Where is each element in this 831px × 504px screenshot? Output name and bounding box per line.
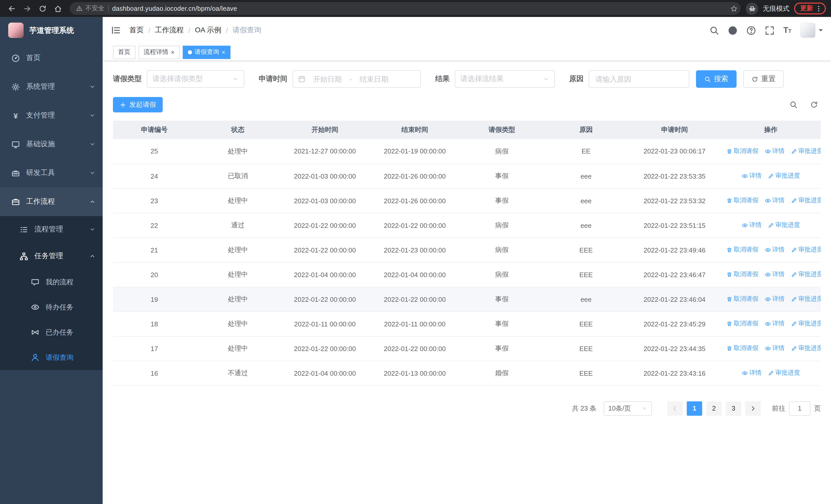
app-logo[interactable]: 芋道管理系统 — [0, 17, 103, 43]
approval-progress-link[interactable]: 审批进度 — [791, 147, 821, 155]
cancel-leave-link[interactable]: 取消请假 — [726, 320, 758, 328]
cell-end: 2022-01-22 00:00:00 — [370, 287, 460, 312]
breadcrumb-item[interactable]: 首页 — [130, 26, 144, 35]
table-row[interactable]: 20处理中2022-01-04 00:00:002022-01-04 00:00… — [113, 262, 821, 287]
detail-link[interactable]: 详情 — [765, 196, 784, 205]
approval-progress-link[interactable]: 审批进度 — [768, 221, 800, 230]
browser-home-icon[interactable] — [51, 2, 65, 15]
detail-link[interactable]: 详情 — [765, 320, 784, 328]
next-page-button[interactable] — [745, 401, 761, 415]
url-text[interactable]: dashboard.yudao.iocoder.cn/bpm/oa/leave — [112, 5, 727, 12]
approval-progress-link[interactable]: 审批进度 — [768, 369, 800, 378]
browser-reload-icon[interactable] — [36, 2, 49, 15]
cancel-leave-link[interactable]: 取消请假 — [726, 344, 758, 353]
security-status[interactable]: 不安全 — [76, 4, 105, 13]
table-row[interactable]: 25处理中2021-12-27 00:00:002022-01-19 00:00… — [113, 139, 821, 164]
browser-forward-icon[interactable] — [21, 2, 34, 15]
tab-process-detail[interactable]: 流程详情 × — [139, 46, 180, 59]
sidebar-item-system[interactable]: 系统管理 — [0, 72, 103, 101]
table-row[interactable]: 18处理中2022-01-11 00:00:002022-01-11 00:00… — [113, 312, 821, 336]
sidebar-item-devtools[interactable]: 研发工具 — [0, 158, 103, 187]
sidebar-item-label: 已办任务 — [46, 328, 95, 337]
start-date-input[interactable] — [308, 75, 347, 84]
refresh-icon — [751, 76, 758, 82]
detail-link[interactable]: 详情 — [765, 270, 784, 279]
table-row[interactable]: 22通过2022-01-22 00:00:002022-01-22 00:00:… — [113, 213, 821, 238]
sidebar-item-leave-query[interactable]: 请假查询 — [0, 345, 103, 370]
github-icon[interactable] — [728, 25, 738, 35]
sidebar-item-workflow[interactable]: 工作流程 — [0, 187, 103, 216]
table-row[interactable]: 24已取消2022-01-03 00:00:002022-01-26 00:00… — [113, 164, 821, 188]
sidebar-item-infrastructure[interactable]: 基础设施 — [0, 130, 103, 158]
browser-back-icon[interactable] — [5, 2, 19, 15]
table-row[interactable]: 23处理中2022-01-03 00:00:002022-01-26 00:00… — [113, 188, 821, 213]
tab-home[interactable]: 首页 — [113, 46, 136, 59]
sidebar-item-home[interactable]: 首页 — [0, 43, 103, 72]
reset-button[interactable]: 重置 — [743, 70, 784, 88]
cancel-leave-link[interactable]: 取消请假 — [726, 245, 758, 254]
tab-leave-query[interactable]: 请假查询 × — [183, 46, 230, 59]
sidebar-item-my-processes[interactable]: 我的流程 — [0, 269, 103, 295]
end-date-input[interactable] — [354, 75, 394, 84]
edit-icon — [791, 148, 797, 154]
font-size-icon[interactable]: TT — [783, 26, 792, 34]
sidebar-item-process-management[interactable]: 流程管理 — [0, 216, 103, 243]
address-bar[interactable]: 不安全 dashboard.yudao.iocoder.cn/bpm/oa/le… — [70, 2, 741, 15]
toggle-search-button[interactable] — [787, 98, 800, 111]
approval-progress-link[interactable]: 审批进度 — [791, 344, 821, 353]
approval-progress-link[interactable]: 审批进度 — [791, 245, 821, 254]
close-icon[interactable]: × — [222, 49, 225, 55]
leave-type-select[interactable]: 请选择请假类型 — [147, 70, 244, 88]
close-icon[interactable]: × — [171, 49, 174, 55]
update-menu-button[interactable]: 更新 — [794, 3, 826, 14]
approval-progress-link[interactable]: 审批进度 — [791, 196, 821, 205]
detail-link[interactable]: 详情 — [765, 344, 784, 353]
sidebar-item-pending-tasks[interactable]: 待办任务 — [0, 295, 103, 320]
breadcrumb-item[interactable]: 工作流程 — [155, 26, 184, 35]
chevron-down-icon — [89, 170, 95, 176]
cancel-leave-link[interactable]: 取消请假 — [726, 196, 758, 205]
bookmark-star-icon[interactable] — [730, 5, 738, 12]
refresh-table-button[interactable] — [807, 98, 821, 111]
table-row[interactable]: 21处理中2022-01-22 00:00:002022-01-23 00:00… — [113, 238, 821, 262]
result-select[interactable]: 请选择流结果 — [455, 70, 555, 88]
table-row[interactable]: 16不通过2022-01-04 00:00:002022-01-13 00:00… — [113, 361, 821, 385]
page-size-select[interactable]: 10条/页 — [604, 401, 652, 415]
page-button-2[interactable]: 2 — [706, 401, 722, 415]
cancel-leave-link[interactable]: 取消请假 — [726, 270, 758, 279]
total-count: 共 23 条 — [572, 404, 596, 413]
filter-apply-time: 申请时间 - — [259, 70, 421, 88]
approval-progress-link[interactable]: 审批进度 — [791, 295, 821, 304]
approval-progress-link[interactable]: 审批进度 — [791, 320, 821, 328]
approval-progress-link[interactable]: 审批进度 — [791, 270, 821, 279]
detail-link[interactable]: 详情 — [742, 172, 762, 180]
breadcrumb-item[interactable]: OA 示例 — [195, 26, 222, 35]
detail-link[interactable]: 详情 — [742, 221, 762, 230]
detail-link[interactable]: 详情 — [765, 147, 784, 155]
cancel-leave-link[interactable]: 取消请假 — [726, 147, 758, 155]
date-range-picker[interactable]: - — [292, 70, 421, 88]
sidebar-item-task-management[interactable]: 任务管理 — [0, 243, 103, 269]
page-button-3[interactable]: 3 — [726, 401, 741, 415]
create-leave-button[interactable]: 发起请假 — [113, 97, 163, 112]
search-button[interactable]: 搜索 — [696, 70, 737, 88]
table-row[interactable]: 19处理中2022-01-22 00:00:002022-01-22 00:00… — [113, 287, 821, 312]
reason-input[interactable] — [589, 70, 689, 88]
approval-progress-link[interactable]: 审批进度 — [768, 172, 800, 180]
user-menu[interactable] — [800, 23, 823, 38]
detail-link[interactable]: 详情 — [765, 295, 784, 304]
search-icon[interactable] — [709, 25, 719, 35]
help-icon[interactable] — [746, 25, 756, 35]
sidebar-item-done-tasks[interactable]: 已办任务 — [0, 320, 103, 345]
detail-link[interactable]: 详情 — [742, 369, 762, 378]
page-button-1[interactable]: 1 — [687, 401, 702, 415]
prev-page-button[interactable] — [667, 401, 683, 415]
collapse-sidebar-icon[interactable] — [111, 25, 121, 35]
table-row[interactable]: 17处理中2022-01-22 00:00:002022-01-22 00:00… — [113, 336, 821, 361]
detail-link[interactable]: 详情 — [765, 245, 784, 254]
goto-page-input[interactable] — [789, 401, 810, 415]
sidebar-menu: 首页 系统管理 ¥ 支付管理 基础设施 — [0, 43, 103, 370]
fullscreen-icon[interactable] — [765, 25, 775, 35]
cancel-leave-link[interactable]: 取消请假 — [726, 295, 758, 304]
sidebar-item-payment[interactable]: ¥ 支付管理 — [0, 101, 103, 130]
